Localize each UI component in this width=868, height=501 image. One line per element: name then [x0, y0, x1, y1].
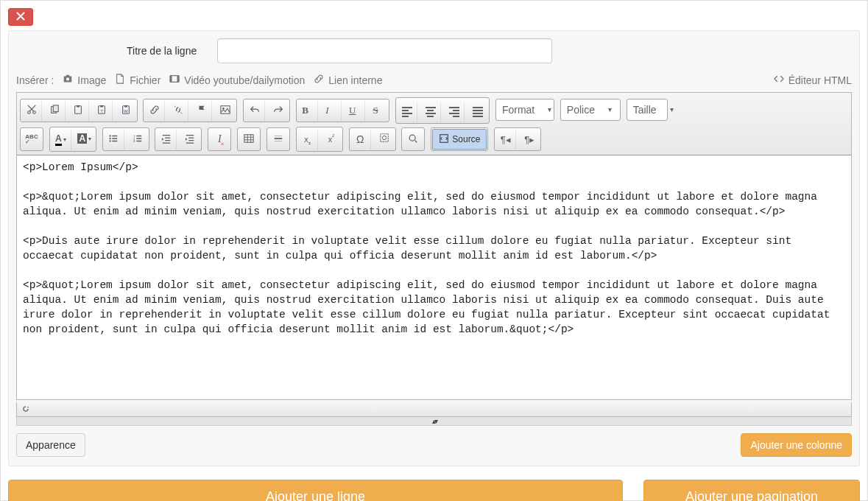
iframe-button[interactable] — [374, 129, 395, 150]
caret-down-icon: ▾ — [608, 105, 612, 113]
ltr-button[interactable]: ¶◂ — [495, 129, 516, 150]
svg-point-26 — [382, 136, 386, 140]
superscript-icon: x² — [328, 133, 334, 144]
svg-rect-7 — [54, 105, 59, 111]
chain-icon — [149, 105, 160, 117]
text-color-icon: A — [55, 133, 62, 146]
editor-toolbar: T W B I U S — [16, 92, 852, 155]
strike-button[interactable]: S — [367, 100, 388, 121]
svg-point-0 — [66, 77, 69, 80]
numbered-list-button[interactable]: 123 — [127, 129, 148, 150]
delete-row-button[interactable] — [8, 8, 33, 26]
indent-button[interactable] — [180, 129, 200, 150]
paste-word-button[interactable]: W — [116, 100, 136, 121]
svg-rect-24 — [244, 134, 253, 142]
insert-video-button[interactable]: Vidéo youtube/dailymotion — [169, 74, 305, 86]
grip-icon: ▴▾ — [432, 417, 437, 425]
text-color-button[interactable]: A▾ — [51, 130, 71, 150]
insert-bar: Insérer : Image Fichier Vidéo youtube/da… — [16, 74, 852, 86]
redo-button[interactable] — [268, 100, 289, 121]
svg-rect-14 — [124, 105, 127, 107]
spellcheck-button[interactable]: ABC✓ — [21, 129, 42, 150]
add-pagination-button[interactable]: Ajouter une pagination — [643, 480, 860, 501]
pilcrow-left-icon: ¶◂ — [501, 134, 511, 145]
align-center-button[interactable] — [420, 102, 441, 122]
superscript-button[interactable]: x² — [321, 128, 342, 149]
hr-button[interactable] — [268, 129, 289, 150]
image-button[interactable] — [215, 100, 236, 121]
find-button[interactable] — [403, 129, 423, 150]
appearance-button[interactable]: Apparence — [16, 433, 85, 457]
row-title-row: Titre de la ligne — [16, 38, 852, 63]
bottom-actions: Ajouter une ligne Ajouter une pagination — [8, 480, 860, 501]
align-justify-icon — [473, 106, 483, 118]
ol-icon: 123 — [133, 133, 143, 146]
paste-button[interactable] — [68, 100, 89, 121]
iframe-icon — [379, 133, 389, 145]
html-editor-button[interactable]: Éditeur HTML — [774, 74, 852, 86]
abc-icon: ABC✓ — [25, 133, 38, 145]
add-line-button[interactable]: Ajouter une ligne — [8, 480, 623, 501]
link-icon — [314, 74, 324, 86]
outdent-icon — [161, 133, 172, 146]
subscript-button[interactable]: x₂ — [297, 130, 318, 150]
format-combo-label: Format — [502, 104, 534, 116]
bg-color-button[interactable]: A▾ — [74, 128, 95, 149]
font-combo[interactable]: Police▾ — [560, 99, 621, 121]
outdent-button[interactable] — [156, 129, 177, 150]
row-title-label: Titre de la ligne — [127, 45, 197, 57]
svg-rect-2 — [170, 76, 172, 83]
insert-file-button[interactable]: Fichier — [115, 74, 160, 86]
copy-button[interactable] — [45, 100, 66, 121]
paste-text-button[interactable]: T — [92, 100, 113, 121]
indent-icon — [185, 133, 195, 146]
source-button[interactable]: Source — [432, 129, 487, 150]
bulleted-list-button[interactable] — [104, 129, 124, 150]
hr-icon — [273, 133, 283, 146]
insert-image-button[interactable]: Image — [63, 74, 106, 86]
align-right-button[interactable] — [444, 102, 465, 122]
insert-label: Insérer : — [16, 74, 54, 86]
svg-text:3: 3 — [133, 139, 135, 143]
cut-button[interactable] — [21, 100, 42, 121]
table-button[interactable] — [239, 129, 259, 150]
source-icon — [439, 133, 449, 146]
subscript-icon: x₂ — [304, 135, 311, 146]
camera-icon — [63, 74, 73, 86]
add-column-button[interactable]: Ajouter une colonne — [741, 433, 852, 457]
row-title-input[interactable] — [217, 38, 552, 63]
italic-button[interactable]: I — [321, 100, 342, 121]
svg-text:W: W — [124, 108, 128, 113]
svg-point-18 — [110, 135, 111, 136]
file-icon — [115, 74, 125, 86]
ul-icon — [108, 133, 119, 146]
format-combo[interactable]: Format▾ — [495, 99, 554, 121]
align-left-icon — [402, 106, 412, 118]
undo-button[interactable] — [244, 100, 265, 121]
magnifier-icon — [408, 133, 418, 146]
bold-button[interactable]: B — [297, 100, 318, 121]
remove-format-button[interactable]: I× — [209, 129, 230, 150]
rtl-button[interactable]: ¶▸ — [519, 129, 540, 150]
align-justify-button[interactable] — [467, 102, 488, 122]
anchor-button[interactable] — [191, 100, 212, 121]
elements-path-icon — [21, 404, 30, 416]
align-left-button[interactable] — [397, 102, 417, 122]
size-combo[interactable]: Taille▾ — [627, 99, 668, 121]
bold-icon: B — [302, 105, 312, 116]
clipboard-text-icon: T — [96, 105, 107, 117]
font-combo-label: Police — [567, 104, 595, 116]
underline-button[interactable]: U — [345, 100, 365, 121]
unlink-button[interactable] — [168, 100, 188, 121]
resize-handle[interactable]: ▴▾ — [16, 417, 852, 426]
svg-rect-3 — [177, 76, 180, 83]
close-icon — [16, 12, 25, 23]
clipboard-word-icon: W — [121, 105, 131, 117]
insert-internal-link-button[interactable]: Lien interne — [314, 74, 382, 86]
source-textarea[interactable] — [16, 155, 852, 400]
caret-down-icon: ▾ — [670, 105, 674, 113]
align-center-icon — [426, 106, 436, 118]
link-button[interactable] — [144, 100, 165, 121]
chain-broken-icon — [173, 105, 183, 117]
special-char-button[interactable]: Ω — [350, 129, 371, 150]
